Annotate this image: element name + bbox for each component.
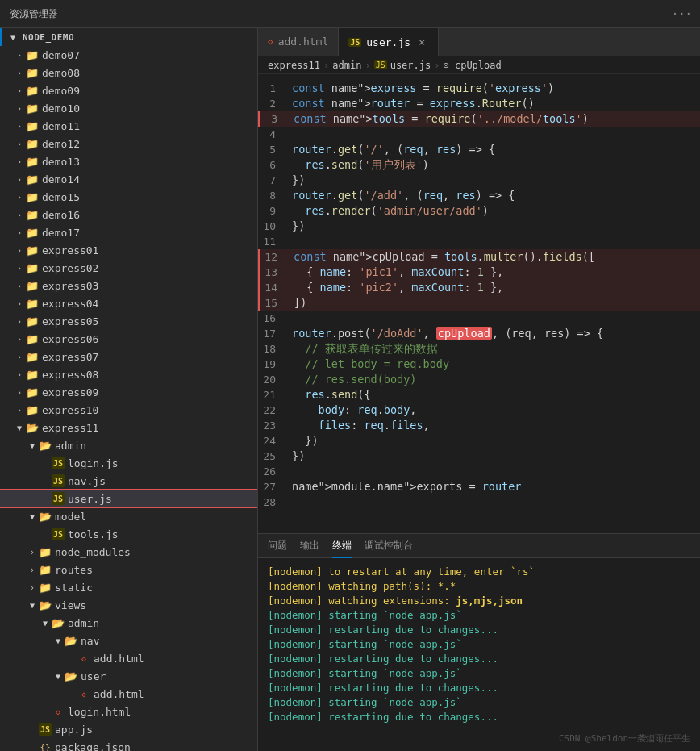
- sidebar-item[interactable]: ›📁demo09: [0, 81, 257, 99]
- tree-arrow: ›: [13, 155, 26, 168]
- sidebar-item[interactable]: JSnav.js: [0, 472, 257, 490]
- code-editor[interactable]: 1const name">express = require('express'…: [258, 74, 700, 533]
- line-content: { name: 'pic2', maxCount: 1 },: [294, 280, 700, 295]
- sidebar-item[interactable]: ›📁demo07: [0, 46, 257, 64]
- sidebar-item[interactable]: ›📁demo11: [0, 117, 257, 135]
- terminal-line: [nodemon] restarting due to changes...: [268, 652, 690, 666]
- tree-arrow: ›: [13, 66, 26, 79]
- line-number: 11: [258, 234, 292, 249]
- tree-icon: 📁: [26, 137, 39, 150]
- sidebar-item[interactable]: ▼📂views: [0, 596, 257, 614]
- tree-arrow: ›: [13, 244, 26, 257]
- sidebar-item[interactable]: ›📁demo12: [0, 135, 257, 152]
- line-content: const name">express = require('express'): [292, 81, 700, 96]
- sidebar-item[interactable]: ▼📂admin: [0, 436, 257, 454]
- line-number: 18: [258, 341, 292, 357]
- tree-arrow: ▼: [26, 439, 39, 452]
- sidebar-item[interactable]: ›📁routes: [0, 561, 257, 578]
- sidebar-item[interactable]: ›📁demo17: [0, 223, 257, 241]
- sidebar-item[interactable]: ›📁express09: [0, 383, 257, 401]
- line-number: 3: [260, 111, 294, 127]
- tree-arrow: ▼: [52, 670, 65, 682]
- tree-label: user.js: [68, 493, 257, 505]
- code-line: 7}): [258, 173, 700, 188]
- tree-label: model: [55, 511, 257, 523]
- line-number: 27: [258, 479, 292, 494]
- tree-label: express05: [42, 315, 257, 328]
- sidebar-item[interactable]: ›📁demo08: [0, 64, 257, 81]
- panel-tab-debug[interactable]: 调试控制台: [365, 534, 413, 558]
- sidebar-item[interactable]: JStools.js: [0, 525, 257, 543]
- sidebar-item[interactable]: ›📁static: [0, 578, 257, 596]
- sidebar-item[interactable]: ›📁demo14: [0, 170, 257, 188]
- sidebar-item[interactable]: ›📁express10: [0, 401, 257, 419]
- sidebar-item[interactable]: ›📁express01: [0, 241, 257, 259]
- more-options-button[interactable]: ···: [672, 7, 700, 20]
- line-number: 8: [258, 188, 292, 203]
- sidebar-item[interactable]: ›📁demo13: [0, 152, 257, 170]
- line-content: ]): [294, 295, 700, 311]
- sidebar-item[interactable]: ›📁express03: [0, 277, 257, 294]
- sidebar-item[interactable]: JSuser.js: [0, 490, 257, 507]
- tree-arrow: ›: [13, 137, 26, 150]
- code-line: 23 files: req.files,: [258, 418, 700, 433]
- sidebar-item[interactable]: ›📁express06: [0, 330, 257, 348]
- tree-arrow: ›: [26, 581, 39, 594]
- sidebar-item[interactable]: ›📁demo15: [0, 188, 257, 206]
- sidebar-item[interactable]: ◇login.html: [0, 703, 257, 720]
- sidebar-item[interactable]: ◇add.html: [0, 649, 257, 667]
- sidebar-item[interactable]: ›📁express07: [0, 348, 257, 365]
- code-line: 16: [258, 311, 700, 326]
- tree-icon: 📁: [26, 315, 39, 328]
- tree-arrow: ▼: [39, 616, 52, 629]
- panel-tabs: 问题 输出 终端 调试控制台: [258, 534, 700, 558]
- sidebar-item[interactable]: ›📁express02: [0, 259, 257, 277]
- tree-label: demo16: [42, 209, 257, 221]
- tree-icon: JS: [52, 528, 65, 540]
- sidebar-root-node[interactable]: ▼ NODE_DEMO: [0, 28, 257, 46]
- sidebar-item[interactable]: JSlogin.js: [0, 454, 257, 472]
- tree-arrow: [65, 687, 77, 700]
- sidebar-item[interactable]: ▼📂admin: [0, 614, 257, 632]
- sidebar-item[interactable]: ›📁node_modules: [0, 543, 257, 561]
- terminal-line: [nodemon] to restart at any time, enter …: [268, 565, 690, 579]
- sidebar-item[interactable]: ▼📂express11: [0, 419, 257, 436]
- tab-add-html[interactable]: ◇ add.html: [258, 28, 339, 56]
- code-line: 14 { name: 'pic2', maxCount: 1 },: [258, 280, 700, 295]
- line-content: }): [292, 219, 700, 234]
- tree-icon: 📁: [26, 66, 39, 79]
- tree-arrow: ▼: [26, 510, 39, 523]
- sidebar-item[interactable]: ◇add.html: [0, 685, 257, 703]
- sidebar-item[interactable]: ▼📂nav: [0, 632, 257, 649]
- sidebar-item[interactable]: {}package.json: [0, 738, 257, 751]
- sidebar-item[interactable]: ▼📂user: [0, 667, 257, 685]
- line-content: name">module.name">exports = router: [292, 479, 700, 494]
- line-content: router.get('/add', (req, res) => {: [292, 188, 700, 203]
- line-number: 9: [258, 203, 292, 219]
- tree-icon: 📁: [26, 297, 39, 310]
- tree-arrow: [39, 705, 52, 718]
- code-line: 28: [258, 494, 700, 510]
- line-content: const name">tools = require('../model/to…: [294, 111, 700, 127]
- sidebar-item[interactable]: ›📁demo16: [0, 206, 257, 223]
- panel-tab-terminal[interactable]: 终端: [332, 534, 352, 558]
- sidebar-item[interactable]: ▼📂model: [0, 507, 257, 525]
- line-content: [292, 494, 700, 510]
- tree-icon: 📁: [26, 208, 39, 221]
- tree-label: express07: [42, 351, 257, 363]
- sidebar-item[interactable]: ›📁express08: [0, 365, 257, 383]
- line-number: 19: [258, 357, 292, 372]
- tab-user-js[interactable]: JS user.js ×: [339, 28, 439, 56]
- sidebar-item[interactable]: ›📁demo10: [0, 99, 257, 117]
- sidebar-item[interactable]: JSapp.js: [0, 720, 257, 738]
- sidebar-item[interactable]: ›📁express04: [0, 294, 257, 312]
- line-content: // 获取表单传过来的数据: [292, 341, 700, 357]
- tab-close-button[interactable]: ×: [415, 35, 428, 48]
- code-line: 19 // let body = req.body: [258, 357, 700, 372]
- tree-label: add.html: [94, 653, 257, 665]
- sidebar-tree: ›📁demo07›📁demo08›📁demo09›📁demo10›📁demo11…: [0, 46, 257, 751]
- panel-tab-issues[interactable]: 问题: [268, 534, 287, 558]
- sidebar-item[interactable]: ›📁express05: [0, 312, 257, 330]
- terminal-content[interactable]: [nodemon] to restart at any time, enter …: [258, 558, 700, 751]
- panel-tab-output[interactable]: 输出: [300, 534, 319, 558]
